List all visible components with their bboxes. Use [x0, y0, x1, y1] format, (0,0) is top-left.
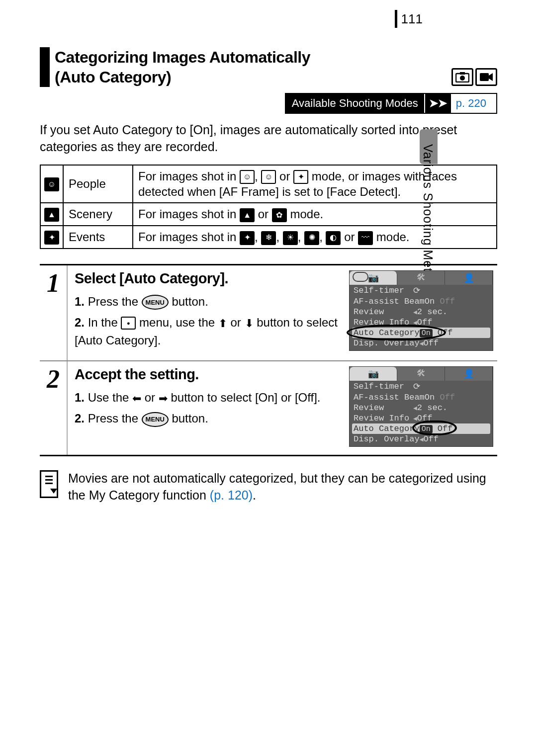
aquarium-mode-icon: ◐: [326, 231, 341, 245]
note-icon: [40, 470, 58, 498]
step-number: 1: [40, 265, 68, 360]
scenery-category-icon: ▲: [44, 208, 59, 222]
left-arrow-icon: ⬅: [132, 392, 141, 405]
landscape-mode-icon: ▲: [240, 208, 255, 222]
mode-icons: [451, 68, 497, 86]
asm-label: Available Shooting Modes: [286, 94, 424, 113]
lcd-tab-tools-icon: 🛠: [397, 271, 445, 285]
menu-button-icon: MENU: [142, 412, 169, 427]
asm-page-ref[interactable]: p. 220: [451, 94, 496, 113]
camera-lcd-screenshot-2: 📷 🛠 👤 Self-timer⟳ AF-assist BeamOn Off R…: [349, 366, 493, 447]
note-page-ref[interactable]: (p. 120): [210, 488, 253, 502]
fireworks-mode-icon: ✺: [304, 231, 319, 245]
night-snapshot-mode-icon: ☺: [261, 170, 276, 184]
page-number: 111: [395, 10, 423, 28]
step-title: Select [Auto Category].: [75, 270, 341, 287]
foliage-mode-icon: ✿: [272, 208, 287, 222]
lcd-tab-person-icon: 👤: [445, 271, 493, 285]
substep: 2. In the menu, use the ⬆ or ⬇ button to…: [75, 314, 341, 349]
substep: 2. Press the MENU button.: [75, 410, 341, 427]
lcd-tab-tools-icon: 🛠: [397, 367, 445, 381]
beach-mode-icon: ☀: [283, 231, 298, 245]
events-category-icon: ✦: [44, 231, 59, 245]
category-desc: For images shot in ☺, ☺ or ✦ mode, or im…: [133, 165, 497, 203]
snow-mode-icon: ❄: [261, 231, 276, 245]
portrait-mode-icon: ☺: [240, 170, 255, 184]
step-title: Accept the setting.: [75, 366, 341, 383]
asm-arrow-icon: ➤➤: [424, 94, 451, 113]
substep: 1. Use the ⬅ or ➡ button to select [On] …: [75, 389, 341, 407]
kids-pets-mode-icon: ✦: [293, 170, 308, 184]
heading: Categorizing Images Automatically (Auto …: [55, 47, 497, 87]
rec-menu-icon: [121, 317, 136, 330]
heading-row: Categorizing Images Automatically (Auto …: [40, 47, 497, 87]
svg-rect-1: [460, 72, 465, 75]
lcd-tab-camera-icon: 📷: [350, 367, 397, 381]
category-desc: For images shot in ▲ or ✿ mode.: [133, 203, 497, 226]
substep: 1. Press the MENU button.: [75, 293, 341, 311]
menu-button-icon: MENU: [142, 295, 169, 310]
camera-mode-icon: [451, 68, 473, 86]
step-2: 2 Accept the setting. 1. Use the ⬅ or ➡ …: [40, 361, 497, 455]
up-arrow-icon: ⬆: [218, 317, 227, 330]
available-shooting-modes-box: Available Shooting Modes ➤➤ p. 220: [285, 93, 497, 114]
step-1: 1 Select [Auto Category]. 1. Press the M…: [40, 265, 497, 361]
underwater-mode-icon: 〰: [358, 231, 373, 245]
lcd-tab-person-icon: 👤: [445, 367, 493, 381]
lcd-tab-camera-icon: 📷: [350, 271, 397, 285]
category-name: Scenery: [63, 203, 133, 226]
movie-mode-icon: [475, 68, 497, 86]
category-desc: For images shot in ✦, ❄, ☀, ✺, ◐ or 〰 mo…: [133, 226, 497, 249]
category-name: Events: [63, 226, 133, 249]
people-category-icon: ☺: [44, 177, 59, 191]
note-box: Movies are not automatically categorized…: [40, 470, 497, 504]
category-name: People: [63, 165, 133, 203]
step-number: 2: [40, 361, 68, 455]
right-arrow-icon: ➡: [159, 392, 168, 405]
down-arrow-icon: ⬇: [245, 317, 254, 330]
note-text: Movies are not automatically categorized…: [68, 471, 486, 502]
svg-point-2: [460, 76, 465, 81]
camera-lcd-screenshot-1: 📷 🛠 👤 Self-timer⟳ AF-assist BeamOn Off R…: [349, 270, 493, 351]
indoor-mode-icon: ✦: [240, 231, 255, 245]
svg-rect-3: [480, 73, 489, 81]
